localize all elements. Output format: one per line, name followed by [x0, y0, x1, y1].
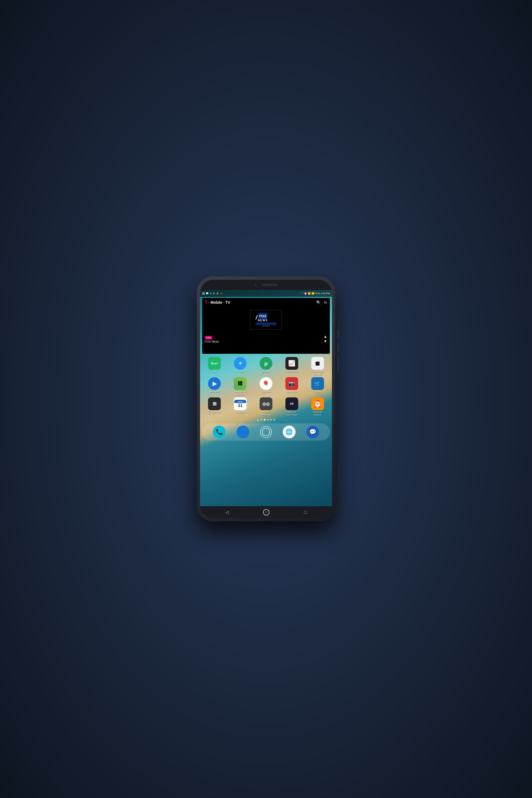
wifi-status-icon: ⊙	[210, 292, 212, 295]
dock-home-button[interactable]	[260, 426, 272, 438]
fiverr-label: Fiverr	[212, 370, 217, 373]
app-amazon[interactable]: 🛒 Amazon	[305, 377, 330, 396]
wallpaper-label: Wallpaper of the Day	[233, 391, 248, 396]
amazon-icon: 🛒	[311, 377, 324, 390]
app-utorrent[interactable]: μ μTorrent	[254, 357, 279, 376]
app-wallpaper[interactable]: 🖼 Wallpaper of the Day	[228, 377, 253, 396]
home-button[interactable]: ○	[263, 509, 269, 515]
qr-scanner-label: QR Barcode Scanner	[310, 370, 325, 376]
contacts-app-icon: 👤	[236, 425, 249, 438]
app-voicemail[interactable]: ◎◎ Visual Voicemail	[254, 397, 279, 416]
officelens-label: Office Lens	[286, 391, 297, 394]
messages-app-icon: 💬	[306, 425, 319, 438]
current-time: 2:30 PM	[321, 292, 330, 295]
live-badge: Live	[205, 336, 212, 339]
alarm-icon: ⏰	[304, 292, 307, 295]
varvr-label: VaR's VR Video Player	[284, 411, 299, 416]
phone-app-icon: 📞	[213, 425, 226, 438]
page-dot-2-active[interactable]	[264, 419, 265, 421]
app-officelens[interactable]: 📷 Office Lens	[279, 377, 304, 396]
utorrent-icon: μ	[260, 357, 272, 370]
vibrate-icon: 📳	[300, 292, 303, 295]
page-dot-3[interactable]	[267, 419, 269, 421]
management-label: Management	[208, 411, 221, 414]
playconsole-label: Play Console	[285, 370, 298, 373]
app-curely[interactable]: + Curely	[228, 357, 253, 376]
varvr-icon: VR	[285, 397, 298, 410]
status-bar: 🖼 💬 ⊙ ⊕ ⚡ 🐞 📳 ⏰ 📶 📶 52% 2:30 PM	[200, 290, 332, 297]
front-camera	[254, 284, 256, 286]
channel-down-arrow[interactable]: ▼	[323, 339, 327, 343]
status-right-icons: 📳 ⏰ 📶 📶 52% 2:30 PM	[300, 292, 330, 295]
amazon-label: Amazon	[314, 391, 321, 394]
app-moments[interactable]: 🎈 Moments	[254, 377, 279, 396]
app-grid-row2: ▶ MX Player 🖼 Wallpaper of the Day 🎈 Mom…	[200, 377, 332, 397]
usb-status-icon: ⚡	[216, 292, 219, 295]
widget-header-actions: 🔍 ↻	[316, 300, 327, 305]
chrome-app-icon: 🌐	[283, 425, 296, 438]
fox-news-logo: / FOX NEWS channel	[250, 310, 282, 329]
page-dot-4[interactable]	[270, 419, 272, 421]
app-qr-scanner[interactable]: ▦ QR Barcode Scanner	[305, 357, 330, 376]
dock-phone[interactable]: 📞	[213, 425, 226, 438]
app-grid-row1: fiverr Fiverr + Curely μ μTorrent	[200, 355, 332, 377]
voicemail-label: Visual Voicemail	[259, 411, 273, 416]
channel-name: FOX News	[205, 340, 219, 343]
app-christmas-stickers[interactable]: 🎅 Christmas Stickers	[305, 397, 330, 416]
back-button[interactable]: ◁	[225, 510, 228, 515]
fox-box: FOX	[258, 313, 268, 319]
app-varvr[interactable]: VR VaR's VR Video Player	[279, 397, 304, 416]
app-fiverr[interactable]: fiverr Fiverr	[202, 357, 227, 376]
bug-status-icon: 🐞	[220, 292, 223, 295]
gallery-status-icon: 🖼	[202, 292, 205, 295]
shield-status-icon: ⊕	[213, 292, 215, 295]
phone-screen: 🖼 💬 ⊙ ⊕ ⚡ 🐞 📳 ⏰ 📶 📶 52% 2:30 PM	[200, 280, 332, 518]
page-dot-1[interactable]	[261, 419, 262, 421]
tmobile-tv-widget[interactable]: T · Mobile · TV 🔍 ↻ /	[202, 298, 330, 354]
calendar-icon: ▬▬▬ 31	[234, 397, 247, 410]
page-indicators: G	[200, 417, 332, 423]
widget-channel-info: Live FOX News ▲ ▼	[202, 333, 330, 345]
volume-down-button[interactable]	[337, 343, 339, 353]
widget-video-area: / FOX NEWS channel	[202, 307, 330, 333]
power-button[interactable]	[337, 357, 339, 371]
dock-contacts[interactable]: 👤	[236, 425, 249, 438]
google-search-indicator: G	[257, 419, 259, 422]
app-dock: 📞 👤 🌐	[202, 423, 330, 440]
app-calendar[interactable]: ▬▬▬ 31 Calendar	[228, 397, 253, 416]
app-mxplayer[interactable]: ▶ MX Player	[202, 377, 227, 396]
tmobile-logo: T · Mobile · TV	[205, 300, 230, 305]
signal-strength-icon: 📶	[311, 292, 315, 295]
channel-up-arrow[interactable]: ▲	[323, 334, 327, 339]
recents-button[interactable]: □	[304, 510, 307, 515]
officelens-icon: 📷	[285, 377, 298, 390]
wifi-strength-icon: 📶	[308, 292, 311, 295]
widget-nav-arrows[interactable]: ▲ ▼	[323, 334, 327, 343]
widget-search-icon[interactable]: 🔍	[316, 300, 321, 305]
curely-label: Curely	[237, 370, 243, 373]
volume-up-button[interactable]	[337, 330, 339, 339]
app-playconsole[interactable]: 📈 Play Console	[279, 357, 304, 376]
widget-refresh-icon[interactable]: ↻	[324, 300, 327, 305]
mxplayer-icon: ▶	[208, 377, 221, 390]
voicemail-icon: ◎◎	[260, 397, 272, 410]
ear-speaker	[262, 284, 278, 286]
navigation-bar: ◁ ○ □	[200, 506, 332, 518]
page-dot-5[interactable]	[273, 419, 275, 421]
christmas-stickers-label: Christmas Stickers	[310, 411, 325, 416]
utorrent-label: μTorrent	[262, 370, 270, 373]
mxplayer-label: MX Player	[210, 391, 220, 394]
playconsole-icon: 📈	[285, 357, 298, 370]
dock-chrome[interactable]: 🌐	[283, 425, 296, 438]
phone-device: 🖼 💬 ⊙ ⊕ ⚡ 🐞 📳 ⏰ 📶 📶 52% 2:30 PM	[197, 277, 335, 521]
app-management[interactable]: ⊞ Management	[202, 397, 227, 416]
battery-percentage: 52%	[315, 292, 320, 295]
management-icon: ⊞	[208, 397, 221, 410]
moments-label: Moments	[262, 391, 270, 394]
dock-messages[interactable]: 💬	[306, 425, 319, 438]
app-grid-row3: ⊞ Management ▬▬▬ 31 Calendar ◎◎	[200, 397, 332, 417]
curely-icon: +	[234, 357, 247, 370]
home-circle-button[interactable]	[260, 426, 272, 438]
moments-icon: 🎈	[260, 377, 272, 390]
status-left-icons: 🖼 💬 ⊙ ⊕ ⚡ 🐞	[202, 292, 223, 295]
